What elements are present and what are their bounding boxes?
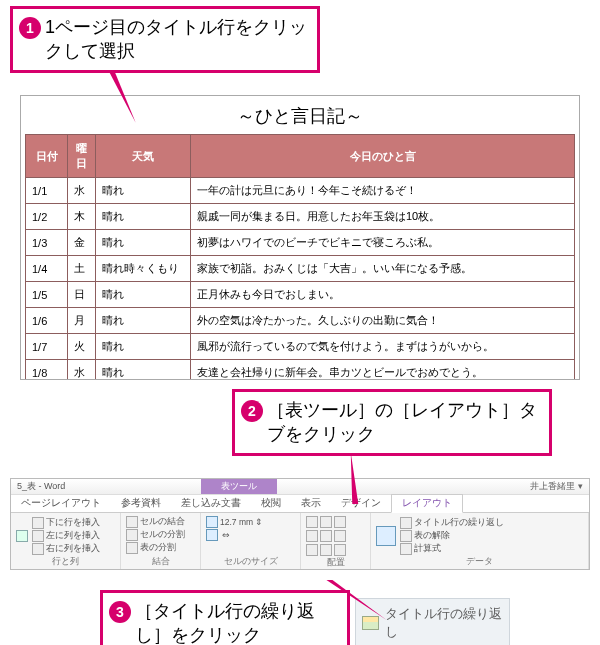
repeat-header-rows-button[interactable]: タイトル行の繰り返し xyxy=(400,517,504,529)
convert-to-text-button[interactable]: 表の解除 xyxy=(400,530,504,542)
group-merge: セルの結合 セルの分割 表の分割 結合 xyxy=(121,513,201,569)
document-name: 5_表 - Word xyxy=(17,480,65,493)
callout-2-text: ［表ツール］の［レイアウト］タブをクリック xyxy=(267,398,541,447)
cell-note[interactable]: 一年の計は元旦にあり！今年こそ続けるぞ！ xyxy=(191,178,575,204)
cell-note[interactable]: 風邪が流行っているので気を付けよう。まずはうがいから。 xyxy=(191,334,575,360)
col-note[interactable]: 今日のひと言 xyxy=(191,135,575,178)
split-cells-button[interactable]: セルの分割 xyxy=(126,529,185,541)
col-width-field[interactable]: ⇔ xyxy=(206,529,230,541)
table-row[interactable]: 1/7火晴れ風邪が流行っているので気を付けよう。まずはうがいから。 xyxy=(26,334,575,360)
cell-dow[interactable]: 水 xyxy=(68,360,96,381)
merge-cells-button[interactable]: セルの結合 xyxy=(126,516,185,528)
cell-dow[interactable]: 日 xyxy=(68,282,96,308)
callout-1: 1 1ページ目のタイトル行をクリックして選択 xyxy=(10,6,320,73)
cell-weather[interactable]: 晴れ xyxy=(96,282,191,308)
cell-dow[interactable]: 金 xyxy=(68,230,96,256)
callout-2-number: 2 xyxy=(241,400,263,422)
insert-col-right-button[interactable]: 右に列を挿入 xyxy=(32,543,100,555)
table-row[interactable]: 1/3金晴れ初夢はハワイでのビーチでビキニで寝ころぶ私。 xyxy=(26,230,575,256)
callout-1-text: 1ページ目のタイトル行をクリックして選択 xyxy=(45,15,309,64)
tab-review[interactable]: 校閲 xyxy=(251,495,291,512)
cell-dow[interactable]: 木 xyxy=(68,204,96,230)
cell-weather[interactable]: 晴れ xyxy=(96,230,191,256)
tab-view[interactable]: 表示 xyxy=(291,495,331,512)
table-row[interactable]: 1/8水晴れ友達と会社帰りに新年会。串カツとビールでおめでとう。 xyxy=(26,360,575,381)
align-bc-icon[interactable] xyxy=(320,544,332,556)
user-name[interactable]: 井上香緒里 ▾ xyxy=(530,480,583,493)
align-tr-icon[interactable] xyxy=(334,516,346,528)
cell-weather[interactable]: 晴れ xyxy=(96,308,191,334)
convert-icon xyxy=(400,530,412,542)
cell-date[interactable]: 1/1 xyxy=(26,178,68,204)
cell-date[interactable]: 1/7 xyxy=(26,334,68,360)
cell-note[interactable]: 友達と会社帰りに新年会。串カツとビールでおめでとう。 xyxy=(191,360,575,381)
cell-date[interactable]: 1/2 xyxy=(26,204,68,230)
group-merge-label: 結合 xyxy=(126,556,195,568)
split-table-button[interactable]: 表の分割 xyxy=(126,542,176,554)
row-height-field[interactable]: 12.7 mm ⇕ xyxy=(206,516,263,528)
cell-date[interactable]: 1/5 xyxy=(26,282,68,308)
width-icon xyxy=(206,529,218,541)
repeat-header-rows-zoom[interactable]: タイトル行の繰り返し xyxy=(355,598,510,645)
merge-icon xyxy=(126,516,138,528)
cell-date[interactable]: 1/6 xyxy=(26,308,68,334)
diary-table[interactable]: 日付 曜日 天気 今日のひと言 1/1水晴れ一年の計は元旦にあり！今年こそ続ける… xyxy=(25,134,575,380)
col-weather[interactable]: 天気 xyxy=(96,135,191,178)
align-bl-icon[interactable] xyxy=(306,544,318,556)
tab-mailings[interactable]: 差し込み文書 xyxy=(171,495,251,512)
insert-icon xyxy=(16,530,28,542)
cell-dow[interactable]: 月 xyxy=(68,308,96,334)
ribbon-tabs: ページレイアウト 参考資料 差し込み文書 校閲 表示 デザイン レイアウト xyxy=(11,495,589,513)
ribbon-titlebar: 5_表 - Word 表ツール 井上香緒里 ▾ xyxy=(11,479,589,495)
table-row[interactable]: 1/5日晴れ正月休みも今日でおしまい。 xyxy=(26,282,575,308)
cell-note[interactable]: 家族で初詣。おみくじは「大吉」。いい年になる予感。 xyxy=(191,256,575,282)
align-mc-icon[interactable] xyxy=(320,530,332,542)
cell-dow[interactable]: 火 xyxy=(68,334,96,360)
diary-header-row[interactable]: 日付 曜日 天気 今日のひと言 xyxy=(26,135,575,178)
table-row[interactable]: 1/4土晴れ時々くもり家族で初詣。おみくじは「大吉」。いい年になる予感。 xyxy=(26,256,575,282)
cell-date[interactable]: 1/8 xyxy=(26,360,68,381)
cell-note[interactable]: 正月休みも今日でおしまい。 xyxy=(191,282,575,308)
sort-icon[interactable] xyxy=(376,526,396,546)
align-tc-icon[interactable] xyxy=(320,516,332,528)
cell-note[interactable]: 外の空気は冷たかった。久しぶりの出勤に気合！ xyxy=(191,308,575,334)
document-title: ～ひと言日記～ xyxy=(25,104,575,128)
group-data-label: データ xyxy=(376,556,583,568)
table-row[interactable]: 1/6月晴れ外の空気は冷たかった。久しぶりの出勤に気合！ xyxy=(26,308,575,334)
group-data: タイトル行の繰り返し 表の解除 計算式 データ xyxy=(371,513,589,569)
cell-weather[interactable]: 晴れ xyxy=(96,334,191,360)
group-alignment: 配置 xyxy=(301,513,371,569)
contextual-tab-label: 表ツール xyxy=(201,479,277,494)
cell-weather[interactable]: 晴れ xyxy=(96,360,191,381)
table-row[interactable]: 1/2木晴れ親戚一同が集まる日。用意したお年玉袋は10枚。 xyxy=(26,204,575,230)
cell-dow[interactable]: 水 xyxy=(68,178,96,204)
align-tl-icon[interactable] xyxy=(306,516,318,528)
align-ml-icon[interactable] xyxy=(306,530,318,542)
tab-references[interactable]: 参考資料 xyxy=(111,495,171,512)
cell-date[interactable]: 1/4 xyxy=(26,256,68,282)
col-date[interactable]: 日付 xyxy=(26,135,68,178)
col-dow[interactable]: 曜日 xyxy=(68,135,96,178)
cell-weather[interactable]: 晴れ xyxy=(96,204,191,230)
table-row[interactable]: 1/1水晴れ一年の計は元旦にあり！今年こそ続けるぞ！ xyxy=(26,178,575,204)
formula-button[interactable]: 計算式 xyxy=(400,543,504,555)
height-icon xyxy=(206,516,218,528)
cell-weather[interactable]: 晴れ時々くもり xyxy=(96,256,191,282)
cell-note[interactable]: 親戚一同が集まる日。用意したお年玉袋は10枚。 xyxy=(191,204,575,230)
insert-col-left-button[interactable]: 左に列を挿入 xyxy=(32,530,100,542)
cell-dow[interactable]: 土 xyxy=(68,256,96,282)
split-cells-icon xyxy=(126,529,138,541)
align-mr-icon[interactable] xyxy=(334,530,346,542)
cell-date[interactable]: 1/3 xyxy=(26,230,68,256)
cell-weather[interactable]: 晴れ xyxy=(96,178,191,204)
tab-layout[interactable]: レイアウト xyxy=(391,494,463,513)
cell-note[interactable]: 初夢はハワイでのビーチでビキニで寝ころぶ私。 xyxy=(191,230,575,256)
formula-icon xyxy=(400,543,412,555)
group-rows-cols-label: 行と列 xyxy=(16,556,115,568)
tab-design[interactable]: デザイン xyxy=(331,495,391,512)
align-br-icon[interactable] xyxy=(334,544,346,556)
ribbon-groups: 下に行を挿入 左に列を挿入 右に列を挿入 行と列 セルの結合 セルの分割 表の分… xyxy=(11,513,589,569)
insert-row-below-button[interactable]: 下に行を挿入 xyxy=(32,517,100,529)
repeat-header-icon xyxy=(400,517,412,529)
tab-page-layout[interactable]: ページレイアウト xyxy=(11,495,111,512)
